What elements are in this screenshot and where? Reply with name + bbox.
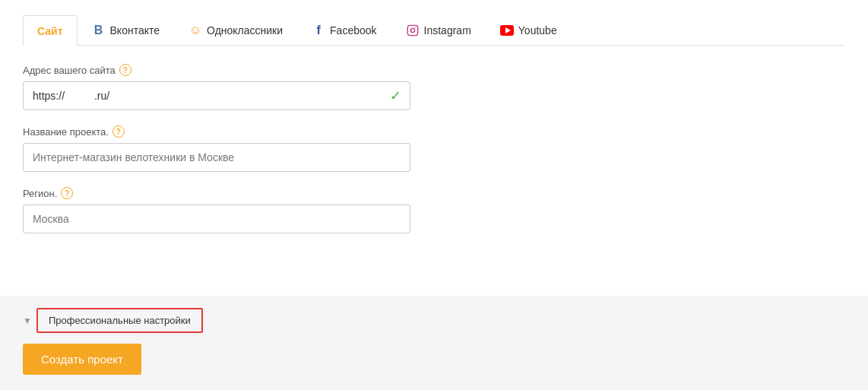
create-project-button[interactable]: Создать проект xyxy=(23,344,141,375)
bottom-section: ▼ Профессиональные настройки Создать про… xyxy=(0,296,868,390)
region-input-wrapper xyxy=(23,205,410,233)
tab-ok-label: Одноклассники xyxy=(207,24,283,36)
address-label: Адрес вашего сайта ? xyxy=(23,64,845,76)
project-name-input-wrapper xyxy=(23,143,410,172)
facebook-icon: f xyxy=(312,24,325,37)
instagram-icon xyxy=(406,24,420,37)
ok-icon: ☺ xyxy=(188,24,202,37)
region-label: Регион. ? xyxy=(23,187,845,199)
region-input[interactable] xyxy=(23,205,410,233)
tab-vk[interactable]: В Вконтакте xyxy=(78,15,175,45)
tab-youtube-label: Youtube xyxy=(518,24,557,36)
address-field-group: Адрес вашего сайта ? ✓ xyxy=(23,64,845,110)
region-help-icon[interactable]: ? xyxy=(61,187,73,199)
tab-ok[interactable]: ☺ Одноклассники xyxy=(174,15,297,45)
pro-settings-button[interactable]: Профессиональные настройки xyxy=(36,308,203,333)
address-help-icon[interactable]: ? xyxy=(119,64,131,76)
tab-facebook[interactable]: f Facebook xyxy=(297,15,391,45)
tab-bar: Сайт В Вконтакте ☺ Одноклассники f Faceb… xyxy=(23,15,845,46)
project-help-icon[interactable]: ? xyxy=(112,125,125,138)
svg-point-2 xyxy=(415,27,416,28)
svg-point-1 xyxy=(410,28,414,32)
vk-icon: В xyxy=(92,24,106,37)
project-name-field-group: Название проекта. ? xyxy=(23,125,845,172)
tab-vk-label: Вконтакте xyxy=(110,24,160,36)
main-area: Сайт В Вконтакте ☺ Одноклассники f Faceb… xyxy=(0,0,868,296)
tab-site[interactable]: Сайт xyxy=(23,15,78,46)
svg-rect-0 xyxy=(407,25,417,35)
check-icon: ✓ xyxy=(390,87,401,104)
tab-facebook-label: Facebook xyxy=(330,24,376,36)
tab-instagram[interactable]: Instagram xyxy=(391,15,486,45)
region-field-group: Регион. ? xyxy=(23,187,845,233)
tab-youtube[interactable]: Youtube xyxy=(486,15,572,45)
chevron-icon[interactable]: ▼ xyxy=(23,315,32,326)
pro-settings-wrapper: ▼ Профессиональные настройки xyxy=(23,308,845,333)
youtube-icon xyxy=(500,24,514,37)
tab-site-label: Сайт xyxy=(37,25,63,37)
address-input[interactable] xyxy=(23,81,410,110)
address-input-wrapper: ✓ xyxy=(23,81,410,110)
project-name-label: Название проекта. ? xyxy=(23,125,845,138)
project-name-input[interactable] xyxy=(23,143,410,172)
tab-instagram-label: Instagram xyxy=(424,24,471,36)
